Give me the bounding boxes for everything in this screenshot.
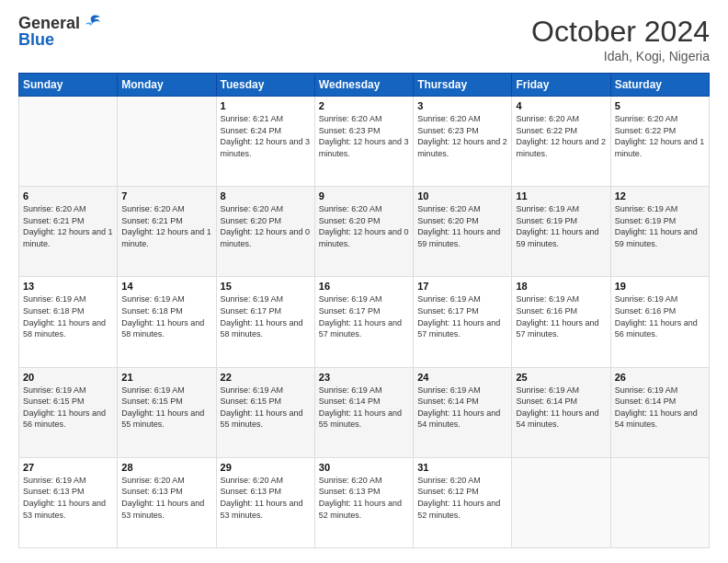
day-number: 6 xyxy=(23,190,113,201)
day-info: Sunrise: 6:19 AM Sunset: 6:17 PM Dayligh… xyxy=(221,293,311,339)
day-info: Sunrise: 6:20 AM Sunset: 6:20 PM Dayligh… xyxy=(319,203,409,249)
header: General Blue October 2024 Idah, Kogi, Ni… xyxy=(18,15,710,63)
day-info: Sunrise: 6:20 AM Sunset: 6:21 PM Dayligh… xyxy=(121,203,211,249)
day-info: Sunrise: 6:19 AM Sunset: 6:15 PM Dayligh… xyxy=(121,385,211,431)
day-info: Sunrise: 6:20 AM Sunset: 6:13 PM Dayligh… xyxy=(221,475,311,521)
day-info: Sunrise: 6:19 AM Sunset: 6:18 PM Dayligh… xyxy=(23,293,113,339)
calendar-header-friday: Friday xyxy=(512,74,610,97)
day-number: 30 xyxy=(319,462,409,473)
day-number: 1 xyxy=(221,100,311,111)
title-block: October 2024 Idah, Kogi, Nigeria xyxy=(531,15,710,63)
logo: General Blue xyxy=(18,15,102,50)
calendar-cell: 27Sunrise: 6:19 AM Sunset: 6:13 PM Dayli… xyxy=(19,457,118,547)
calendar-cell: 11Sunrise: 6:19 AM Sunset: 6:19 PM Dayli… xyxy=(512,187,610,277)
day-info: Sunrise: 6:19 AM Sunset: 6:15 PM Dayligh… xyxy=(221,385,311,431)
calendar-week-row: 27Sunrise: 6:19 AM Sunset: 6:13 PM Dayli… xyxy=(19,457,710,547)
day-info: Sunrise: 6:19 AM Sunset: 6:15 PM Dayligh… xyxy=(23,385,113,431)
calendar-week-row: 13Sunrise: 6:19 AM Sunset: 6:18 PM Dayli… xyxy=(19,277,710,367)
day-number: 31 xyxy=(417,462,507,473)
calendar-cell: 3Sunrise: 6:20 AM Sunset: 6:23 PM Daylig… xyxy=(414,97,512,187)
day-info: Sunrise: 6:19 AM Sunset: 6:13 PM Dayligh… xyxy=(23,475,113,521)
calendar-cell: 2Sunrise: 6:20 AM Sunset: 6:23 PM Daylig… xyxy=(314,97,413,187)
day-number: 25 xyxy=(516,372,606,383)
page: General Blue October 2024 Idah, Kogi, Ni… xyxy=(0,0,728,563)
location: Idah, Kogi, Nigeria xyxy=(531,49,710,63)
calendar-header-saturday: Saturday xyxy=(610,74,709,97)
calendar-cell xyxy=(19,97,118,187)
day-number: 10 xyxy=(417,190,507,201)
calendar-cell: 1Sunrise: 6:21 AM Sunset: 6:24 PM Daylig… xyxy=(216,97,314,187)
day-number: 22 xyxy=(221,372,311,383)
day-number: 8 xyxy=(221,190,311,201)
day-info: Sunrise: 6:20 AM Sunset: 6:23 PM Dayligh… xyxy=(417,113,507,159)
day-number: 20 xyxy=(23,372,113,383)
month-title: October 2024 xyxy=(531,15,710,49)
day-info: Sunrise: 6:19 AM Sunset: 6:14 PM Dayligh… xyxy=(417,385,507,431)
day-info: Sunrise: 6:19 AM Sunset: 6:17 PM Dayligh… xyxy=(319,293,409,339)
day-info: Sunrise: 6:19 AM Sunset: 6:14 PM Dayligh… xyxy=(319,385,409,431)
calendar-cell: 30Sunrise: 6:20 AM Sunset: 6:13 PM Dayli… xyxy=(314,457,413,547)
day-info: Sunrise: 6:20 AM Sunset: 6:21 PM Dayligh… xyxy=(23,203,113,249)
calendar-cell: 8Sunrise: 6:20 AM Sunset: 6:20 PM Daylig… xyxy=(216,187,314,277)
day-number: 15 xyxy=(221,281,311,292)
calendar-cell: 9Sunrise: 6:20 AM Sunset: 6:20 PM Daylig… xyxy=(314,187,413,277)
calendar-cell: 14Sunrise: 6:19 AM Sunset: 6:18 PM Dayli… xyxy=(118,277,216,367)
calendar-cell: 7Sunrise: 6:20 AM Sunset: 6:21 PM Daylig… xyxy=(118,187,216,277)
day-number: 7 xyxy=(121,190,211,201)
day-number: 13 xyxy=(23,281,113,292)
calendar-cell: 23Sunrise: 6:19 AM Sunset: 6:14 PM Dayli… xyxy=(314,367,413,457)
calendar-cell: 13Sunrise: 6:19 AM Sunset: 6:18 PM Dayli… xyxy=(19,277,118,367)
calendar-header-tuesday: Tuesday xyxy=(216,74,314,97)
day-info: Sunrise: 6:19 AM Sunset: 6:14 PM Dayligh… xyxy=(615,385,705,431)
calendar-header-monday: Monday xyxy=(118,74,216,97)
calendar-cell: 29Sunrise: 6:20 AM Sunset: 6:13 PM Dayli… xyxy=(216,457,314,547)
day-info: Sunrise: 6:19 AM Sunset: 6:14 PM Dayligh… xyxy=(516,385,606,431)
day-number: 4 xyxy=(516,100,606,111)
day-number: 24 xyxy=(417,372,507,383)
day-number: 21 xyxy=(121,372,211,383)
calendar-cell: 21Sunrise: 6:19 AM Sunset: 6:15 PM Dayli… xyxy=(118,367,216,457)
day-info: Sunrise: 6:20 AM Sunset: 6:12 PM Dayligh… xyxy=(417,475,507,521)
day-number: 19 xyxy=(615,281,705,292)
day-number: 5 xyxy=(615,100,705,111)
calendar-cell: 6Sunrise: 6:20 AM Sunset: 6:21 PM Daylig… xyxy=(19,187,118,277)
calendar-cell: 28Sunrise: 6:20 AM Sunset: 6:13 PM Dayli… xyxy=(118,457,216,547)
day-number: 16 xyxy=(319,281,409,292)
day-number: 2 xyxy=(319,100,409,111)
day-number: 26 xyxy=(615,372,705,383)
day-info: Sunrise: 6:19 AM Sunset: 6:19 PM Dayligh… xyxy=(615,203,705,249)
calendar-cell xyxy=(118,97,216,187)
calendar-cell: 10Sunrise: 6:20 AM Sunset: 6:20 PM Dayli… xyxy=(414,187,512,277)
calendar-cell: 31Sunrise: 6:20 AM Sunset: 6:12 PM Dayli… xyxy=(414,457,512,547)
calendar-header-wednesday: Wednesday xyxy=(314,74,413,97)
calendar-cell: 12Sunrise: 6:19 AM Sunset: 6:19 PM Dayli… xyxy=(610,187,709,277)
day-number: 9 xyxy=(319,190,409,201)
calendar: SundayMondayTuesdayWednesdayThursdayFrid… xyxy=(18,73,710,548)
calendar-cell: 25Sunrise: 6:19 AM Sunset: 6:14 PM Dayli… xyxy=(512,367,610,457)
day-number: 27 xyxy=(23,462,113,473)
logo-bird-icon xyxy=(82,15,102,31)
calendar-cell: 22Sunrise: 6:19 AM Sunset: 6:15 PM Dayli… xyxy=(216,367,314,457)
day-info: Sunrise: 6:19 AM Sunset: 6:16 PM Dayligh… xyxy=(516,293,606,339)
day-info: Sunrise: 6:20 AM Sunset: 6:20 PM Dayligh… xyxy=(221,203,311,249)
calendar-header-thursday: Thursday xyxy=(414,74,512,97)
day-info: Sunrise: 6:19 AM Sunset: 6:16 PM Dayligh… xyxy=(615,293,705,339)
day-number: 17 xyxy=(417,281,507,292)
day-number: 14 xyxy=(121,281,211,292)
day-info: Sunrise: 6:19 AM Sunset: 6:18 PM Dayligh… xyxy=(121,293,211,339)
calendar-cell: 16Sunrise: 6:19 AM Sunset: 6:17 PM Dayli… xyxy=(314,277,413,367)
day-number: 3 xyxy=(417,100,507,111)
day-info: Sunrise: 6:20 AM Sunset: 6:13 PM Dayligh… xyxy=(319,475,409,521)
logo-blue: Blue xyxy=(18,31,102,50)
calendar-cell: 17Sunrise: 6:19 AM Sunset: 6:17 PM Dayli… xyxy=(414,277,512,367)
day-info: Sunrise: 6:19 AM Sunset: 6:17 PM Dayligh… xyxy=(417,293,507,339)
day-number: 29 xyxy=(221,462,311,473)
calendar-cell: 26Sunrise: 6:19 AM Sunset: 6:14 PM Dayli… xyxy=(610,367,709,457)
day-info: Sunrise: 6:21 AM Sunset: 6:24 PM Dayligh… xyxy=(221,113,311,159)
calendar-cell xyxy=(512,457,610,547)
calendar-header-row: SundayMondayTuesdayWednesdayThursdayFrid… xyxy=(19,74,710,97)
calendar-cell: 19Sunrise: 6:19 AM Sunset: 6:16 PM Dayli… xyxy=(610,277,709,367)
calendar-cell: 4Sunrise: 6:20 AM Sunset: 6:22 PM Daylig… xyxy=(512,97,610,187)
calendar-week-row: 1Sunrise: 6:21 AM Sunset: 6:24 PM Daylig… xyxy=(19,97,710,187)
calendar-cell: 20Sunrise: 6:19 AM Sunset: 6:15 PM Dayli… xyxy=(19,367,118,457)
